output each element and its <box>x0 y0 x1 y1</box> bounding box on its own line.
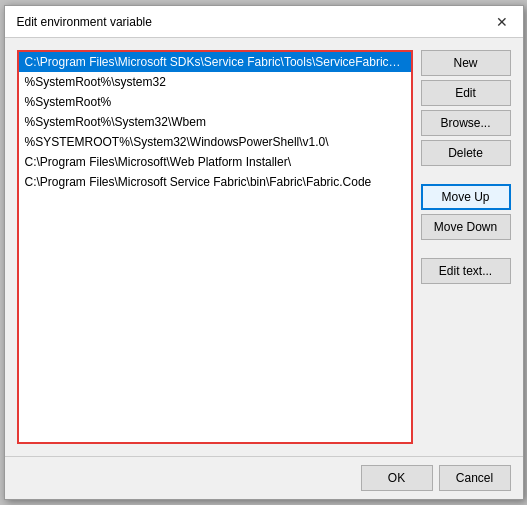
edit-env-var-dialog: Edit environment variable ✕ C:\Program F… <box>4 5 524 500</box>
list-item[interactable]: %SYSTEMROOT%\System32\WindowsPowerShell\… <box>19 132 411 152</box>
ok-button[interactable]: OK <box>361 465 433 491</box>
spacer2 <box>421 244 511 254</box>
delete-button[interactable]: Delete <box>421 140 511 166</box>
dialog-content: C:\Program Files\Microsoft SDKs\Service … <box>5 38 523 456</box>
new-button[interactable]: New <box>421 50 511 76</box>
env-var-list[interactable]: C:\Program Files\Microsoft SDKs\Service … <box>17 50 413 444</box>
edit-button[interactable]: Edit <box>421 80 511 106</box>
button-panel: New Edit Browse... Delete Move Up Move D… <box>421 50 511 444</box>
move-up-button[interactable]: Move Up <box>421 184 511 210</box>
browse-button[interactable]: Browse... <box>421 110 511 136</box>
list-item[interactable]: C:\Program Files\Microsoft Service Fabri… <box>19 172 411 192</box>
move-down-button[interactable]: Move Down <box>421 214 511 240</box>
list-item[interactable]: %SystemRoot% <box>19 92 411 112</box>
list-item[interactable]: %SystemRoot%\System32\Wbem <box>19 112 411 132</box>
spacer1 <box>421 170 511 180</box>
list-item[interactable]: C:\Program Files\Microsoft SDKs\Service … <box>19 52 411 72</box>
close-button[interactable]: ✕ <box>493 13 511 31</box>
dialog-title: Edit environment variable <box>17 15 152 29</box>
dialog-footer: OK Cancel <box>5 456 523 499</box>
list-item[interactable]: C:\Program Files\Microsoft\Web Platform … <box>19 152 411 172</box>
title-bar: Edit environment variable ✕ <box>5 6 523 38</box>
edit-text-button[interactable]: Edit text... <box>421 258 511 284</box>
list-item[interactable]: %SystemRoot%\system32 <box>19 72 411 92</box>
cancel-button[interactable]: Cancel <box>439 465 511 491</box>
